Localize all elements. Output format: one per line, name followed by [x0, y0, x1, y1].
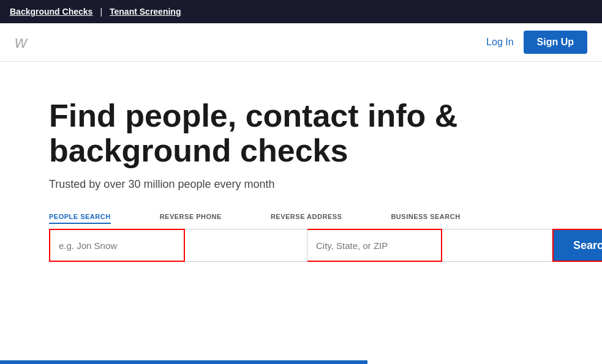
- search-tabs: PEOPLE SEARCH REVERSE PHONE REVERSE ADDR…: [49, 213, 553, 224]
- hero-title: Find people, contact info & background c…: [49, 98, 478, 168]
- hero-subtitle: Trusted by over 30 million people every …: [49, 178, 553, 191]
- logo: w: [15, 32, 26, 52]
- signup-button[interactable]: Sign Up: [524, 31, 587, 54]
- top-navigation-bar: Background Checks | Tenant Screening: [0, 0, 602, 23]
- tab-reverse-phone[interactable]: REVERSE PHONE: [160, 213, 222, 224]
- people-name-input[interactable]: [49, 229, 185, 262]
- header: w Log In Sign Up: [0, 23, 602, 62]
- tab-people-search[interactable]: PEOPLE SEARCH: [49, 213, 111, 224]
- login-button[interactable]: Log In: [486, 37, 513, 48]
- tab-business-search[interactable]: BUSINESS SEARCH: [391, 213, 460, 224]
- phone-input[interactable]: [185, 229, 307, 262]
- main-content: Find people, contact info & background c…: [0, 62, 602, 286]
- header-actions: Log In Sign Up: [486, 31, 587, 54]
- tenant-screening-link[interactable]: Tenant Screening: [110, 7, 181, 17]
- search-button[interactable]: Search: [552, 229, 602, 262]
- nav-divider: |: [100, 7, 102, 17]
- search-section: PEOPLE SEARCH REVERSE PHONE REVERSE ADDR…: [49, 213, 553, 262]
- search-bar: Search: [49, 229, 553, 262]
- background-checks-link[interactable]: Background Checks: [10, 7, 92, 17]
- tab-reverse-address[interactable]: REVERSE ADDRESS: [271, 213, 342, 224]
- business-input[interactable]: [442, 229, 552, 262]
- city-state-zip-input[interactable]: [307, 229, 442, 262]
- bottom-progress-bar: [0, 360, 367, 364]
